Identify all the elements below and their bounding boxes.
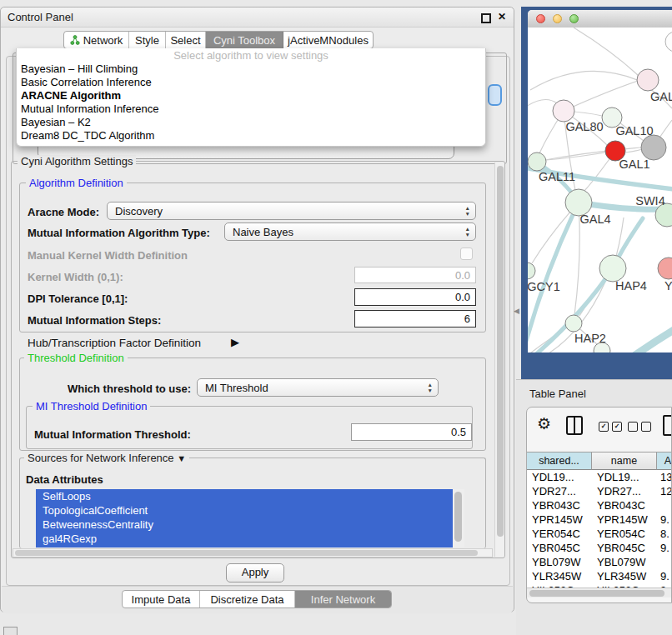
node-salmon[interactable] [658,258,672,279]
column-header-partial[interactable]: A [657,452,672,470]
table-row[interactable]: YBR045CYBR045C9. [527,541,672,555]
focused-spinner-fragment[interactable] [488,84,502,106]
column-header-shared-name[interactable]: shared... [527,452,592,470]
new-column-icon[interactable] [663,415,672,436]
node-label: GAL [650,90,672,103]
collapse-down-icon[interactable]: ▼ [177,453,186,463]
algorithm-item[interactable]: Bayesian – Hill Climbing [17,62,485,76]
network-nodes[interactable] [528,32,672,352]
tab-discretize-data-label: Discretize Data [210,593,283,606]
zoom-traffic-icon[interactable] [569,14,579,23]
tab-select[interactable]: Select [166,32,206,48]
close-traffic-icon[interactable] [536,14,545,23]
kernel-width-field[interactable]: 0.0 [354,267,476,283]
network-labels: GAL GAL80 GAL10 GAL1 GAL11 GAL4 SWI4 GCY… [528,90,672,345]
tab-jactivemnodules[interactable]: jActiveMNodules [283,32,373,48]
control-panel-titlebar[interactable]: Control Panel ✕ [1,8,514,28]
algorithm-list: Bayesian – Hill Climbing Basic Correlati… [17,62,485,142]
algorithm-item-selected[interactable]: ARACNE Algorithm [17,89,485,102]
settings-horizontal-scrollbar[interactable] [13,548,493,558]
node-gal11[interactable] [528,152,546,171]
tab-impute-data[interactable]: Impute Data [123,591,200,608]
attribute-item[interactable]: TopologicalCoefficient [36,503,453,518]
node-label: GAL1 [619,158,649,171]
algorithm-item[interactable]: Bayesian – K2 [17,116,485,129]
node[interactable] [637,69,659,91]
attributes-scrollbar[interactable] [453,489,464,548]
node-table: shared... name A YDL19...YDL19...13 YDR2… [527,452,672,588]
select-all-columns-icon[interactable]: ✓ ✓ [599,422,622,432]
node[interactable] [665,32,672,52]
gear-icon[interactable]: ⚙ [537,413,551,435]
checked-box-icon: ✓ [612,422,622,432]
deselect-all-columns-icon[interactable] [628,422,651,432]
table-hscroll-thumb[interactable] [529,590,664,597]
node-gray[interactable] [641,135,666,160]
node-label: Y [664,279,672,292]
close-icon[interactable]: ✕ [498,11,506,22]
minimized-panel-icon[interactable] [3,627,18,635]
float-window-icon[interactable] [481,13,491,23]
tab-impute-data-label: Impute Data [132,593,191,606]
split-pane-collapse-icon[interactable]: ◀ [514,307,519,315]
network-window-titlebar[interactable] [528,10,672,28]
attribute-item[interactable]: BetweennessCentrality [36,518,453,532]
network-icon [70,35,80,45]
column-header-name[interactable]: name [592,452,657,470]
settings-vertical-scrollbar[interactable] [494,162,504,557]
node-gcy1[interactable] [528,262,535,279]
table-rows: YDL19...YDL19...13 YDR27...YDR27...12 YB… [527,470,672,588]
control-panel-title: Control Panel [8,11,73,23]
tab-discretize-data[interactable]: Discretize Data [200,591,295,608]
combo-arrows-icon: ▲▼ [465,226,470,238]
node-hap4[interactable] [599,255,626,282]
network-canvas[interactable]: GAL GAL80 GAL10 GAL1 GAL11 GAL4 SWI4 GCY… [528,28,672,352]
table-header-row: shared... name A [527,452,672,470]
algorithm-dropdown-popup: Select algorithm to view settings Bayesi… [16,48,486,147]
hub-definition-label[interactable]: Hub/Transcription Factor Definition [28,337,201,349]
node-label: GAL10 [615,124,653,138]
table-row[interactable]: YLR345WYLR345W9. [527,569,672,583]
mi-threshold-field[interactable]: 0.5 [351,423,472,441]
aracne-mode-select[interactable]: Discovery ▲▼ [107,202,476,220]
attribute-item[interactable]: SelfLoops [36,489,453,503]
attribute-item[interactable]: gal4RGexp [36,532,453,546]
network-graph[interactable]: GAL GAL80 GAL10 GAL1 GAL11 GAL4 SWI4 GCY… [528,28,672,352]
algorithm-item[interactable]: Basic Correlation Inference [17,76,485,89]
table-horizontal-scrollbar[interactable] [527,588,672,598]
table-row[interactable]: YDL19...YDL19...13 [527,470,672,484]
expand-right-icon[interactable]: ▶ [231,336,239,348]
tab-select-label: Select [170,34,200,47]
dropdown-prompt: Select algorithm to view settings [17,48,485,62]
mi-steps-field[interactable]: 6 [354,310,476,328]
node-hap2[interactable] [565,315,582,332]
table-row[interactable]: YBR043CYBR043C [527,498,672,512]
node-gal80[interactable] [553,100,574,122]
settings-vscroll-thumb[interactable] [497,166,504,537]
table-row[interactable]: YBL079WYBL079W [527,555,672,569]
cyni-settings-title: Cyni Algorithm Settings [18,155,136,168]
split-columns-icon[interactable] [566,416,583,435]
which-threshold-select[interactable]: MI Threshold ▲▼ [197,378,439,397]
minimize-traffic-icon[interactable] [553,14,562,23]
apply-button[interactable]: Apply [226,563,284,582]
data-attributes-label: Data Attributes [26,473,103,486]
algorithm-item[interactable]: Dream8 DC_TDC Algorithm [17,129,485,142]
table-row[interactable]: YER054CYER054C8. [527,527,672,541]
table-row[interactable]: YPR145WYPR145W9. [527,512,672,527]
dpi-tolerance-field[interactable]: 0.0 [354,288,476,306]
tab-network[interactable]: Network [64,32,129,48]
table-row[interactable]: YDR27...YDR27...12 [527,484,672,498]
tab-cyni-toolbox[interactable]: Cyni Toolbox [206,32,283,48]
unchecked-box-icon [628,422,638,432]
data-attributes-selection: SelfLoops TopologicalCoefficient Between… [36,489,453,548]
mi-type-select[interactable]: Naive Bayes ▲▼ [224,222,476,241]
settings-hscroll-thumb[interactable] [15,550,478,556]
network-thick-edges [528,162,672,352]
tab-jactivemnodules-label: jActiveMNodules [288,34,369,47]
algorithm-item[interactable]: Mutual Information Inference [17,102,485,116]
attributes-scrollbar-thumb[interactable] [454,492,462,542]
manual-kernel-checkbox[interactable] [460,248,473,260]
tab-style[interactable]: Style [129,32,166,48]
tab-infer-network[interactable]: Infer Network [295,591,391,608]
